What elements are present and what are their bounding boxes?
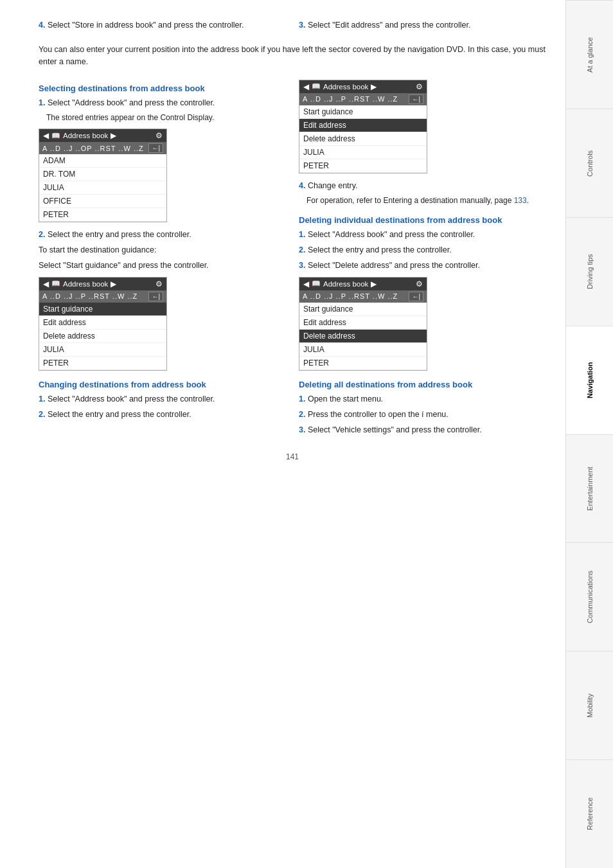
section2-step1: 1. Select "Address book" and press the c… [39, 393, 286, 405]
ab-item-julia: JULIA [39, 181, 166, 195]
book-icon-1: ◀ [43, 131, 49, 140]
address-book-widget-2: ◀ Address book ▶ ⚙ A ..D ..J ..P ..RST .… [39, 277, 167, 371]
ab-item-edit-address-r: Edit address [299, 119, 427, 132]
intro-paragraph: You can also enter your current position… [39, 44, 546, 68]
sidebar-tab-controls[interactable]: Controls [566, 109, 613, 217]
ab-item-edit-address-4: Edit address [299, 316, 427, 330]
sidebar-tab-mobility[interactable]: Mobility [566, 651, 613, 759]
section2-step4-sub: For operation, refer to Entering a desti… [306, 195, 546, 206]
section1-step2: 2. Select the entry and press the contro… [39, 229, 286, 240]
address-book-icon-3 [312, 82, 321, 91]
ab-header-2: ◀ Address book ▶ ⚙ [39, 278, 166, 290]
ab-item-julia-2: JULIA [39, 343, 166, 357]
settings-icon-4: ⚙ [416, 279, 423, 288]
right-col-step3-label: 3. Select "Edit address" and press the c… [299, 19, 546, 31]
section3-step2: 2. Select the entry and press the contro… [299, 244, 546, 256]
section2-step4: 4. Change entry. [299, 180, 546, 191]
ab-item-peter-r: PETER [299, 159, 427, 173]
sidebar-tab-reference[interactable]: Reference [566, 759, 613, 868]
ab-item-peter: PETER [39, 208, 166, 222]
ab-item-delete-address-4: Delete address [299, 330, 427, 343]
ab-item-start-guidance-4: Start guidance [299, 303, 427, 316]
ab-item-edit-address: Edit address [39, 316, 166, 330]
main-content: 4. Select "Store in address book" and pr… [0, 0, 565, 868]
ab-header-3: ◀ Address book ▶ ⚙ [299, 80, 427, 93]
right-arrow-3: ▶ [371, 82, 377, 91]
sidebar: At a glance Controls Driving tips Naviga… [565, 0, 613, 868]
ab-back-btn-1[interactable]: ←| [148, 143, 163, 153]
sidebar-tab-navigation[interactable]: Navigation [566, 326, 613, 434]
settings-icon-3: ⚙ [416, 82, 423, 91]
right-column: ◀ Address book ▶ ⚙ A ..D ..J ..P ..RST .… [299, 75, 546, 439]
section1-step2-sub1: To start the destination guidance: [39, 244, 286, 256]
ab-item-office: OFFICE [39, 195, 166, 208]
ab-back-btn-2[interactable]: ←| [148, 292, 163, 301]
ab-header-1: ◀ Address book ▶ ⚙ [39, 129, 166, 142]
address-book-icon-2 [51, 279, 60, 288]
section4-step3: 3. Select "Vehicle settings" and press t… [299, 424, 546, 436]
address-book-widget-4: ◀ Address book ▶ ⚙ A ..D ..J ..P ..RST .… [299, 277, 427, 371]
sidebar-tab-entertainment[interactable]: Entertainment [566, 434, 613, 543]
section4-title: Deleting all destinations from address b… [299, 380, 546, 389]
section3-step3: 3. Select "Delete address" and press the… [299, 260, 546, 271]
section2-step2: 2. Select the entry and press the contro… [39, 409, 286, 420]
left-arrow-3: ◀ [303, 82, 309, 91]
ab-item-drtom: DR. TOM [39, 168, 166, 181]
sidebar-tab-driving-tips[interactable]: Driving tips [566, 217, 613, 326]
page-number: 141 [39, 452, 546, 461]
ab-item-julia-4: JULIA [299, 343, 427, 357]
page-ref-link[interactable]: 133 [514, 196, 527, 205]
section4-step2: 2. Press the controller to open the í me… [299, 409, 546, 420]
section1-title: Selecting destinations from address book [39, 84, 286, 93]
settings-icon-2: ⚙ [155, 279, 163, 288]
left-column: Selecting destinations from address book… [39, 75, 286, 439]
address-book-widget-3: ◀ Address book ▶ ⚙ A ..D ..J ..P ..RST .… [299, 80, 427, 173]
ab-back-btn-3[interactable]: ←| [409, 94, 423, 104]
sidebar-tab-at-a-glance[interactable]: At a glance [566, 0, 613, 109]
section3-step1: 1. Select "Address book" and press the c… [299, 229, 546, 240]
right-arrow-4: ▶ [371, 279, 377, 288]
ab-nav-row-4: A ..D ..J ..P ..RST ..W ..Z ←| [299, 290, 427, 303]
sidebar-tab-communications[interactable]: Communications [566, 542, 613, 651]
ab-item-start-guidance: Start guidance [39, 303, 166, 316]
right-arrow-2: ▶ [111, 279, 116, 288]
address-book-icon-4 [312, 279, 321, 288]
ab-item-peter-2: PETER [39, 357, 166, 370]
settings-icon-1: ⚙ [155, 131, 163, 140]
section3-title: Deleting individual destinations from ad… [299, 215, 546, 225]
ab-item-adam: ADAM [39, 154, 166, 168]
right-arrow-1: ▶ [111, 131, 116, 140]
section1-step1: 1. Select "Address book" and press the c… [39, 97, 286, 109]
ab-nav-row-1: A ..D ..J ..OP ..RST ..W ..Z ←| [39, 142, 166, 154]
ab-nav-row-2: A ..D ..J ..P ..RST ..W ..Z ←| [39, 290, 166, 303]
ab-nav-row-3: A ..D ..J ..P ..RST ..W ..Z ←| [299, 93, 427, 105]
ab-item-delete-address: Delete address [39, 330, 166, 343]
ab-item-julia-r: JULIA [299, 146, 427, 159]
ab-item-delete-address-r: Delete address [299, 132, 427, 146]
address-book-icon-1 [51, 132, 60, 140]
ab-item-start-guidance-r: Start guidance [299, 105, 427, 119]
section2-title: Changing destinations from address book [39, 380, 286, 389]
left-arrow-4: ◀ [303, 279, 309, 288]
section1-step2-sub2: Select "Start guidance" and press the co… [39, 260, 286, 271]
ab-back-btn-4[interactable]: ←| [409, 292, 423, 301]
section1-step1-sub: The stored entries appear on the Control… [46, 112, 286, 123]
section4-step1: 1. Open the start menu. [299, 393, 546, 405]
address-book-widget-1: ◀ Address book ▶ ⚙ A ..D ..J ..OP ..RST … [39, 128, 167, 222]
intro-step4: 4. Select "Store in address book" and pr… [39, 19, 286, 31]
book-left-arrow-2: ◀ [43, 279, 49, 288]
ab-item-peter-4: PETER [299, 357, 427, 370]
ab-header-4: ◀ Address book ▶ ⚙ [299, 278, 427, 290]
